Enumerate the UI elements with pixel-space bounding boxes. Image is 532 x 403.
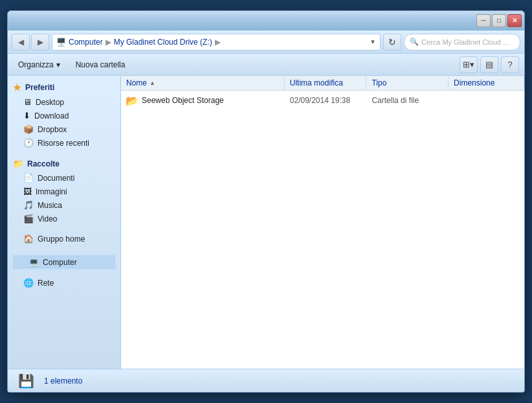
organize-button[interactable]: Organizza ▾ — [13, 56, 65, 73]
forward-button[interactable]: ▶ — [31, 34, 49, 51]
collections-folder-icon: 📁 — [13, 159, 23, 168]
favorites-label: Preferiti — [25, 83, 54, 92]
new-folder-label: Nuova cartella — [76, 60, 126, 69]
sidebar-item-computer[interactable]: 💻 Computer — [13, 255, 115, 269]
search-placeholder: Cerca My Gladinet Cloud Drive (Z:) — [421, 38, 515, 46]
breadcrumb-sep1: ▶ — [105, 38, 111, 47]
title-bar: ─ □ ✕ — [8, 11, 524, 30]
status-bar: 💾 1 elemento — [8, 369, 524, 392]
content-area: ★ Preferiti 🖥 Desktop ⬇ Download 📦 Dropb… — [8, 76, 524, 369]
sidebar-item-video[interactable]: 🎬 Video — [8, 212, 120, 225]
file-type: Cartella di file — [371, 96, 419, 105]
documents-icon: 📄 — [23, 173, 34, 183]
sidebar-dropbox-label: Dropbox — [38, 125, 67, 134]
collections-header[interactable]: 📁 Raccolte — [8, 156, 120, 171]
homegroup-section: 🏠 Gruppo home — [8, 232, 120, 246]
back-button[interactable]: ◀ — [12, 34, 30, 51]
new-folder-button[interactable]: Nuova cartella — [71, 56, 131, 73]
file-type-cell: Cartella di file — [366, 95, 449, 106]
network-section: 🌐 Rete — [8, 276, 120, 290]
collections-section: 📁 Raccolte 📄 Documenti 🖼 Immagini 🎵 Musi… — [8, 156, 120, 225]
sidebar-item-images[interactable]: 🖼 Immagini — [8, 185, 120, 198]
status-count: 1 elemento — [44, 376, 82, 386]
help-button[interactable]: ? — [501, 56, 519, 73]
collections-label: Raccolte — [27, 159, 60, 168]
close-button[interactable]: ✕ — [507, 14, 522, 27]
favorites-header[interactable]: ★ Preferiti — [8, 80, 120, 95]
status-drive-icon: 💾 — [16, 372, 36, 390]
file-name-cell: 📂 Seeweb Object Storage — [121, 94, 285, 107]
file-list-header: Nome ▲ Ultima modifica Tipo Dimensione — [121, 76, 524, 91]
file-date-cell: 02/09/2014 19:38 — [285, 95, 367, 106]
sidebar-item-network[interactable]: 🌐 Rete — [8, 276, 120, 290]
col-sort-arrow: ▲ — [150, 80, 155, 86]
col-type-label: Tipo — [371, 78, 386, 87]
desktop-icon: 🖥 — [23, 97, 32, 107]
col-header-size[interactable]: Dimensione — [449, 76, 524, 90]
folder-icon: 📂 — [126, 95, 138, 106]
organize-label: Organizza — [18, 60, 54, 69]
computer-section: 💻 Computer — [10, 253, 118, 271]
help-icon: ? — [507, 60, 512, 69]
search-box[interactable]: 🔍 Cerca My Gladinet Cloud Drive (Z:) — [404, 34, 520, 51]
breadcrumb-icon: 🖥️ — [56, 38, 66, 47]
address-bar: ◀ ▶ 🖥️ Computer ▶ My Gladinet Cloud Driv… — [8, 30, 524, 54]
layout-button[interactable]: ▤ — [480, 56, 498, 73]
breadcrumb-drive[interactable]: My Gladinet Cloud Drive (Z:) — [114, 38, 212, 47]
col-size-label: Dimensione — [454, 78, 494, 87]
sidebar-item-download[interactable]: ⬇ Download — [8, 109, 120, 122]
recent-icon: 🕐 — [23, 138, 34, 148]
sidebar-item-recent[interactable]: 🕐 Risorse recenti — [8, 136, 120, 150]
sidebar-item-documents[interactable]: 📄 Documenti — [8, 171, 120, 185]
col-date-label: Ultima modifica — [290, 78, 343, 87]
sidebar-item-dropbox[interactable]: 📦 Dropbox — [8, 122, 120, 136]
file-date: 02/09/2014 19:38 — [290, 96, 350, 105]
minimize-button[interactable]: ─ — [476, 14, 491, 27]
sidebar-desktop-label: Desktop — [36, 98, 64, 107]
address-breadcrumb[interactable]: 🖥️ Computer ▶ My Gladinet Cloud Drive (Z… — [52, 34, 381, 51]
file-size-cell — [449, 99, 524, 102]
sidebar-homegroup-label: Gruppo home — [38, 235, 85, 244]
sidebar-network-label: Rete — [38, 279, 54, 288]
view-icon: ⊞ — [463, 60, 470, 69]
file-list-body: 📂 Seeweb Object Storage 02/09/2014 19:38… — [121, 91, 524, 369]
col-header-date[interactable]: Ultima modifica — [285, 76, 367, 90]
favorites-section: ★ Preferiti 🖥 Desktop ⬇ Download 📦 Dropb… — [8, 80, 120, 150]
col-header-type[interactable]: Tipo — [366, 76, 449, 90]
nav-buttons: ◀ ▶ — [12, 34, 49, 51]
sidebar-download-label: Download — [34, 111, 69, 121]
file-name: Seeweb Object Storage — [142, 96, 224, 105]
sidebar-images-label: Immagini — [36, 187, 67, 196]
images-icon: 🖼 — [23, 187, 32, 196]
sidebar-documents-label: Documenti — [38, 174, 74, 183]
network-icon: 🌐 — [23, 278, 34, 288]
breadcrumb-dropdown[interactable]: ▼ — [370, 38, 376, 45]
sidebar-item-desktop[interactable]: 🖥 Desktop — [8, 95, 120, 109]
sidebar-video-label: Video — [38, 214, 57, 224]
maximize-button[interactable]: □ — [492, 14, 506, 27]
video-icon: 🎬 — [23, 214, 34, 224]
breadcrumb-computer[interactable]: Computer — [69, 38, 103, 47]
view-toggle-button[interactable]: ⊞ ▾ — [460, 56, 478, 73]
homegroup-icon: 🏠 — [23, 234, 34, 244]
sidebar-item-music[interactable]: 🎵 Musica — [8, 198, 120, 212]
sidebar-item-homegroup[interactable]: 🏠 Gruppo home — [8, 232, 120, 246]
refresh-button[interactable]: ↻ — [383, 34, 401, 51]
toolbar: Organizza ▾ Nuova cartella ⊞ ▾ ▤ ? — [8, 54, 524, 76]
breadcrumb-sep2: ▶ — [215, 38, 221, 47]
dropbox-icon: 📦 — [23, 124, 34, 134]
toolbar-right: ⊞ ▾ ▤ ? — [460, 56, 519, 73]
organize-arrow-icon: ▾ — [56, 60, 60, 69]
computer-icon: 💻 — [28, 257, 39, 267]
sidebar-recent-label: Risorse recenti — [38, 139, 89, 148]
table-row[interactable]: 📂 Seeweb Object Storage 02/09/2014 19:38… — [121, 92, 524, 109]
col-header-name[interactable]: Nome ▲ — [121, 76, 285, 90]
sidebar: ★ Preferiti 🖥 Desktop ⬇ Download 📦 Dropb… — [8, 76, 121, 369]
search-icon: 🔍 — [410, 38, 419, 46]
title-bar-buttons: ─ □ ✕ — [476, 14, 522, 27]
col-name-label: Nome — [126, 78, 147, 87]
sidebar-music-label: Musica — [38, 201, 62, 210]
download-icon: ⬇ — [23, 111, 30, 121]
layout-icon: ▤ — [485, 60, 493, 69]
view-arrow-icon: ▾ — [470, 60, 474, 69]
